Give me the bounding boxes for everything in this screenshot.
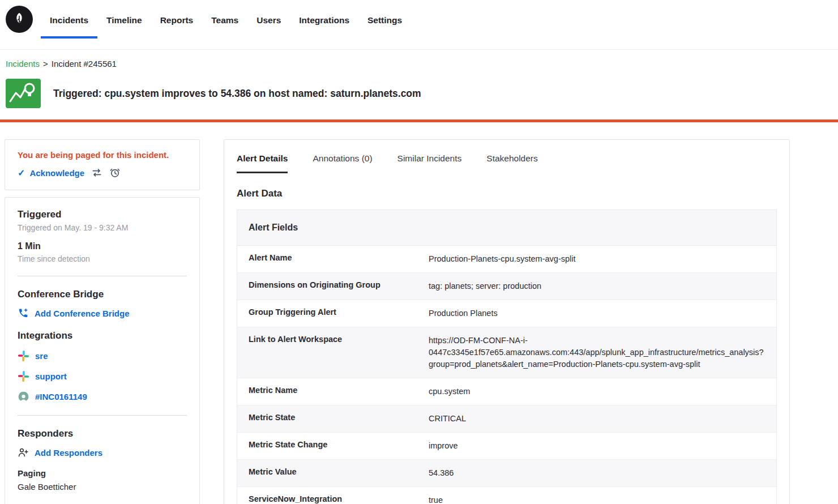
integration-link-sre[interactable]: sre bbox=[18, 350, 187, 362]
table-row: Metric State Change improve bbox=[237, 433, 776, 460]
nav-item-timeline[interactable]: Timeline bbox=[97, 5, 151, 39]
nav-item-users[interactable]: Users bbox=[247, 5, 290, 39]
paged-person: Gale Boetticher bbox=[18, 482, 187, 492]
phone-plus-icon bbox=[18, 307, 29, 319]
integration-link-servicenow[interactable]: #INC0161149 bbox=[18, 391, 187, 403]
integration-label: support bbox=[35, 371, 67, 381]
top-nav: Incidents Timeline Reports Teams Users I… bbox=[0, 0, 838, 50]
breadcrumb-separator: > bbox=[43, 59, 48, 69]
field-value: Production Planets bbox=[429, 307, 765, 319]
field-name: Metric Name bbox=[249, 386, 429, 398]
servicenow-icon bbox=[18, 391, 29, 403]
table-header: Alert Fields bbox=[237, 210, 776, 246]
alert-tabs: Alert Details Annotations (0) Similar In… bbox=[237, 140, 777, 173]
snooze-icon[interactable] bbox=[109, 167, 121, 178]
nav-item-teams[interactable]: Teams bbox=[202, 5, 247, 39]
field-value: cpu.system bbox=[429, 386, 765, 398]
field-name: Metric State bbox=[249, 413, 429, 425]
field-value: CRITICAL bbox=[429, 413, 765, 425]
field-value: true bbox=[429, 494, 765, 504]
table-row: Alert Name Production-Planets-cpu.system… bbox=[237, 246, 776, 273]
tab-alert-details[interactable]: Alert Details bbox=[237, 153, 288, 173]
alert-panel: Alert Details Annotations (0) Similar In… bbox=[224, 139, 790, 504]
alert-data-heading: Alert Data bbox=[237, 188, 777, 199]
field-value: Production-Planets-cpu.system-avg-split bbox=[429, 253, 765, 265]
conference-bridge-heading: Conference Bridge bbox=[18, 289, 187, 300]
incident-header: Triggered: cpu.system improves to 54.386… bbox=[6, 79, 838, 108]
acknowledge-label: Acknowledge bbox=[29, 168, 84, 178]
paging-card: You are being paged for this incident. ✓… bbox=[5, 139, 200, 190]
paging-heading: Paging bbox=[18, 468, 187, 478]
table-row: Link to Alert Workspace https://OD-FM-CO… bbox=[237, 327, 776, 378]
table-row: Metric Name cpu.system bbox=[237, 378, 776, 405]
field-value: tag: planets; server: production bbox=[429, 280, 765, 292]
paging-notice: You are being paged for this incident. bbox=[18, 150, 187, 160]
add-responders-label: Add Responders bbox=[35, 448, 102, 458]
acknowledge-row: ✓ Acknowledge bbox=[18, 167, 187, 178]
triggered-heading: Triggered bbox=[18, 209, 187, 220]
field-name: Group Triggering Alert bbox=[249, 307, 429, 319]
incident-sidebar: You are being paged for this incident. ✓… bbox=[5, 139, 200, 504]
nav-item-reports[interactable]: Reports bbox=[151, 5, 203, 39]
field-name: ServiceNow_Integration bbox=[249, 494, 429, 504]
alert-type-icon bbox=[6, 79, 41, 108]
field-name: Alert Name bbox=[249, 253, 429, 265]
field-value: 54.386 bbox=[429, 467, 765, 479]
breadcrumb-current: Incident #245561 bbox=[52, 59, 117, 69]
table-row: ServiceNow_Integration true bbox=[237, 487, 776, 504]
app-logo[interactable] bbox=[6, 6, 33, 33]
acknowledge-button[interactable]: ✓ Acknowledge bbox=[18, 168, 84, 178]
breadcrumb: Incidents>Incident #245561 bbox=[6, 59, 838, 69]
tab-similar-incidents[interactable]: Similar Incidents bbox=[397, 153, 462, 173]
integration-label: sre bbox=[35, 351, 48, 361]
content: You are being paged for this incident. ✓… bbox=[0, 122, 838, 504]
integrations-heading: Integrations bbox=[18, 330, 187, 341]
field-value: https://OD-FM-CONF-NA-i-0447c3345e1f57e6… bbox=[429, 335, 765, 370]
add-responders-button[interactable]: Add Responders bbox=[18, 447, 187, 458]
table-row: Metric Value 54.386 bbox=[237, 460, 776, 487]
alert-fields-table: Alert Fields Alert Name Production-Plane… bbox=[237, 210, 777, 504]
divider bbox=[18, 415, 187, 416]
incident-detail-card: Triggered Triggered on May. 19 - 9:32 AM… bbox=[5, 197, 200, 504]
divider bbox=[18, 276, 187, 276]
triggered-on-text: Triggered on May. 19 - 9:32 AM bbox=[18, 223, 187, 232]
field-name: Link to Alert Workspace bbox=[249, 335, 429, 370]
integration-label: #INC0161149 bbox=[35, 392, 87, 402]
add-conference-bridge-button[interactable]: Add Conference Bridge bbox=[18, 307, 187, 319]
responders-heading: Responders bbox=[18, 428, 187, 439]
slack-icon bbox=[18, 370, 29, 382]
incident-title: Triggered: cpu.system improves to 54.386… bbox=[53, 88, 421, 100]
nav-item-settings[interactable]: Settings bbox=[358, 5, 411, 39]
add-person-icon bbox=[18, 447, 29, 458]
duration-caption: Time since detection bbox=[18, 254, 187, 263]
add-conference-bridge-label: Add Conference Bridge bbox=[35, 309, 130, 318]
field-name: Metric Value bbox=[249, 467, 429, 479]
duration-value: 1 Min bbox=[18, 241, 187, 251]
table-row: Group Triggering Alert Production Planet… bbox=[237, 300, 776, 327]
nav-item-integrations[interactable]: Integrations bbox=[290, 5, 358, 39]
nav-items: Incidents Timeline Reports Teams Users I… bbox=[41, 5, 411, 39]
table-row: Metric State CRITICAL bbox=[237, 405, 776, 433]
breadcrumb-incidents-link[interactable]: Incidents bbox=[6, 59, 40, 69]
nav-item-incidents[interactable]: Incidents bbox=[41, 5, 97, 39]
field-name: Dimensions on Originating Group bbox=[249, 280, 429, 292]
slack-icon bbox=[18, 350, 29, 362]
integration-link-support[interactable]: support bbox=[18, 370, 187, 382]
tab-stakeholders[interactable]: Stakeholders bbox=[486, 153, 537, 173]
field-value: improve bbox=[429, 440, 765, 452]
table-row: Dimensions on Originating Group tag: pla… bbox=[237, 273, 776, 300]
reroute-icon[interactable] bbox=[91, 167, 102, 178]
tab-annotations[interactable]: Annotations (0) bbox=[313, 153, 372, 173]
field-name: Metric State Change bbox=[249, 440, 429, 452]
check-icon: ✓ bbox=[18, 168, 25, 178]
leaf-icon bbox=[11, 11, 28, 28]
